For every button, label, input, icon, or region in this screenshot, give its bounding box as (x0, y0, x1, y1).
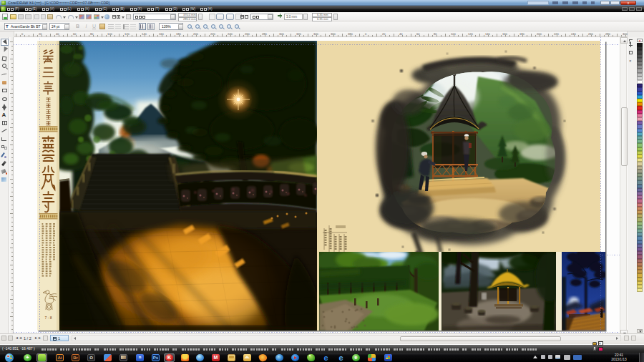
svg-text:7 - 8: 7 - 8 (44, 315, 52, 320)
